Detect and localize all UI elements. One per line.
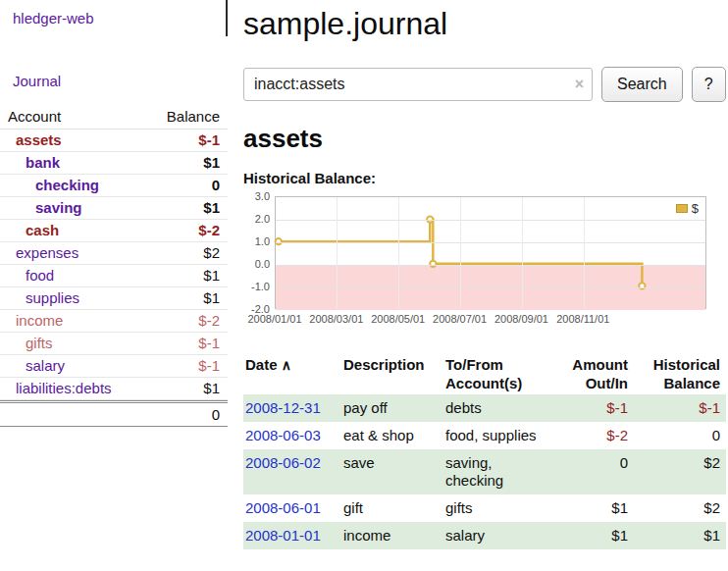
transaction-description-cell: gift: [338, 494, 440, 522]
register-balance-column-header: Historical Balance: [634, 353, 726, 394]
chart-x-tick-label: 2008/05/01: [370, 313, 426, 325]
chart-data-point: [639, 283, 645, 288]
date-column-header[interactable]: Date ∧: [243, 353, 338, 394]
transaction-date-link[interactable]: 2008-06-03: [245, 427, 321, 443]
sidebar-account-row: cash$-2: [0, 220, 228, 242]
search-button[interactable]: Search: [601, 67, 683, 102]
sidebar-account-link[interactable]: cash: [0, 220, 198, 241]
chart-x-axis: 2008/01/012008/03/012008/05/012008/07/01…: [275, 313, 708, 329]
chart-gridline-horizontal: [276, 265, 705, 266]
sidebar-accounts: assets$-1bank$1checking0saving$1cash$-2e…: [0, 130, 228, 400]
transaction-date-link[interactable]: 2008-06-01: [245, 499, 321, 516]
chart-gridline-vertical: [337, 197, 338, 308]
chart-legend: $: [672, 200, 702, 217]
journal-nav-link[interactable]: Journal: [13, 73, 61, 89]
sidebar-account-row: expenses$2: [0, 242, 228, 265]
sidebar-account-balance: 0: [212, 175, 228, 196]
chart-y-tick-label: 1.0: [243, 235, 270, 247]
chart-y-axis: 3.02.01.00.0-1.0-2.0: [243, 196, 272, 311]
sidebar-account-row: income$-2: [0, 310, 228, 333]
chart-y-tick-label: -1.0: [243, 281, 270, 292]
sidebar-account-link[interactable]: food: [0, 265, 203, 286]
sidebar: hledger-web Journal Account Balance asse…: [0, 0, 228, 571]
transaction-date-link[interactable]: 2008-01-01: [245, 527, 321, 544]
sidebar-account-balance: $1: [203, 378, 228, 399]
chart-x-tick-label: 2008/09/01: [494, 313, 549, 325]
transaction-date-cell: 2008-06-03: [243, 422, 338, 449]
help-button[interactable]: ?: [692, 67, 726, 102]
transaction-date-link[interactable]: 2008-06-02: [245, 454, 321, 471]
transaction-accounts-cell: debts: [440, 394, 551, 422]
sidebar-account-balance: $1: [203, 152, 228, 174]
sidebar-account-row: saving$1: [0, 197, 228, 220]
app-title-link[interactable]: hledger-web: [13, 10, 94, 26]
transaction-description-cell: pay off: [338, 394, 440, 422]
sidebar-account-row: liabilities:debts$1: [0, 378, 228, 400]
app-title-row: hledger-web: [0, 0, 228, 26]
sidebar-account-balance: $1: [203, 287, 228, 309]
scrollbar-thumb[interactable]: [226, 0, 228, 36]
transaction-date-cell: 2008-12-31: [243, 394, 338, 422]
sidebar-account-link[interactable]: assets: [0, 130, 198, 151]
sidebar-account-link[interactable]: salary: [0, 355, 198, 377]
sidebar-account-row: assets$-1: [0, 130, 228, 152]
chart-gridline-vertical: [460, 197, 461, 308]
transaction-description-cell: save: [338, 449, 440, 494]
chart-line-svg: [276, 197, 705, 308]
sidebar-account-link[interactable]: bank: [0, 152, 203, 174]
sidebar-account-balance: $-2: [198, 220, 228, 241]
chart-gridline-vertical: [584, 197, 585, 308]
chart-plot: $: [275, 196, 706, 309]
search-input[interactable]: [243, 68, 593, 101]
sidebar-balance-column-header: Balance: [167, 108, 220, 125]
accounts-table: Account Balance assets$-1bank$1checking0…: [0, 106, 228, 427]
sidebar-account-link[interactable]: gifts: [0, 333, 198, 354]
sidebar-account-row: food$1: [0, 265, 228, 287]
register-row: 2008-12-31pay offdebts$-1$-1: [243, 394, 726, 422]
sidebar-account-link[interactable]: supplies: [0, 287, 203, 309]
accounts-table-header: Account Balance: [0, 106, 228, 130]
transaction-date-cell: 2008-01-01: [243, 522, 338, 549]
register-row: 2008-06-03eat & shopfood, supplies$-20: [243, 422, 726, 449]
sidebar-account-link[interactable]: checking: [0, 175, 212, 196]
legend-swatch-icon: [676, 204, 688, 213]
legend-label: $: [692, 201, 699, 216]
chart-gridline-horizontal: [276, 220, 705, 221]
total-balance: 0: [212, 403, 228, 426]
register-table: Date ∧ Description To/From Account(s) Am…: [243, 353, 726, 549]
chart-title: Historical Balance:: [243, 170, 728, 186]
page-title: sample.journal: [243, 6, 728, 42]
sidebar-account-row: supplies$1: [0, 287, 228, 310]
transaction-balance-cell: 0: [634, 422, 726, 449]
sidebar-account-link[interactable]: liabilities:debts: [0, 378, 203, 399]
sidebar-nav: Journal: [0, 26, 228, 89]
main-content: sample.journal × Search ? assets Histori…: [243, 0, 728, 549]
sort-ascending-icon: ∧: [282, 357, 291, 373]
sidebar-account-link[interactable]: income: [0, 310, 198, 332]
transaction-accounts-cell: gifts: [440, 494, 551, 522]
sidebar-account-row: checking0: [0, 175, 228, 197]
sidebar-account-row: salary$-1: [0, 355, 228, 378]
register-row: 2008-06-02savesaving, checking0$2: [243, 449, 726, 494]
sidebar-account-link[interactable]: expenses: [0, 242, 203, 264]
transaction-description-cell: income: [338, 522, 440, 549]
transaction-accounts-cell: saving, checking: [440, 449, 551, 494]
transaction-accounts-cell: salary: [440, 522, 551, 549]
clear-search-icon[interactable]: ×: [575, 75, 584, 93]
chart-gridline-horizontal: [276, 287, 705, 288]
transaction-date-cell: 2008-06-02: [243, 449, 338, 494]
sidebar-account-row: gifts$-1: [0, 333, 228, 355]
transaction-date-cell: 2008-06-01: [243, 494, 338, 522]
transaction-amount-cell: $-2: [551, 422, 634, 449]
sidebar-account-link[interactable]: saving: [0, 197, 203, 219]
chart-x-tick-label: 2008/01/01: [246, 313, 302, 325]
transaction-date-link[interactable]: 2008-12-31: [245, 399, 321, 416]
search-box: ×: [243, 68, 593, 101]
historical-balance-chart: 3.02.01.00.0-1.0-2.0 $ 2008/01/012008/03…: [243, 196, 728, 332]
chart-y-tick-label: 3.0: [243, 190, 270, 202]
transaction-balance-cell: $1: [634, 522, 726, 549]
transaction-accounts-cell: food, supplies: [440, 422, 551, 449]
sidebar-account-balance: $-2: [198, 310, 228, 332]
sidebar-account-row: bank$1: [0, 152, 228, 175]
chart-x-tick-label: 2008/03/01: [308, 313, 364, 325]
